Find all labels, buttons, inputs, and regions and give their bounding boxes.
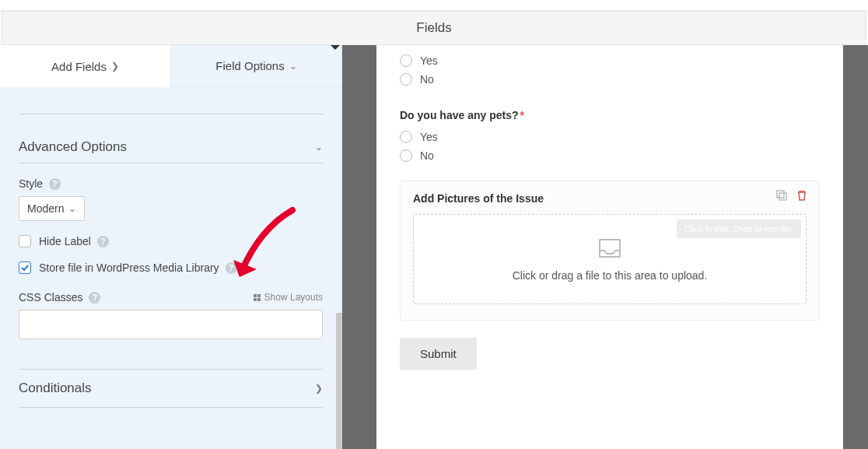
- upload-title: Add Pictures of the Issue: [413, 192, 807, 205]
- conditionals-label: Conditionals: [19, 381, 92, 396]
- edit-tooltip: Click to edit. Drag to reorder.: [677, 219, 801, 238]
- radio-option[interactable]: No: [400, 73, 820, 86]
- chevron-right-icon: ❯: [111, 61, 119, 72]
- upload-dropzone[interactable]: Click to edit. Drag to reorder. Click or…: [413, 214, 807, 304]
- radio-label: Yes: [420, 54, 438, 67]
- tab-field-options-label: Field Options: [215, 59, 284, 72]
- radio-option[interactable]: Yes: [400, 54, 820, 67]
- radio-label: No: [420, 73, 434, 86]
- sidebar: Add Fields ❯ Field Options ⌄ Advanced Op…: [0, 45, 342, 449]
- question-pets: Do you have any pets?*: [400, 109, 820, 121]
- trash-icon[interactable]: [796, 189, 808, 202]
- top-strip: [0, 0, 868, 11]
- form-preview: Yes No Do you have any pets?* Yes No: [376, 45, 843, 449]
- show-layouts-label: Show Layouts: [264, 292, 323, 303]
- show-layouts-link[interactable]: Show Layouts: [254, 292, 323, 303]
- header-title: Fields: [2, 11, 866, 45]
- tab-add-fields[interactable]: Add Fields ❯: [0, 45, 171, 87]
- radio-option[interactable]: Yes: [400, 131, 820, 143]
- css-classes-input[interactable]: [19, 310, 323, 339]
- tab-add-fields-label: Add Fields: [51, 60, 107, 73]
- advanced-options-section[interactable]: Advanced Options ⌄: [19, 132, 323, 163]
- chevron-down-icon: ⌄: [315, 142, 323, 153]
- chevron-right-icon: ❯: [315, 383, 323, 394]
- help-icon[interactable]: ?: [89, 292, 100, 303]
- help-icon[interactable]: ?: [226, 262, 237, 274]
- radio-group-2: Yes No: [400, 131, 820, 162]
- grid-icon: [254, 294, 261, 301]
- question-label: Do you have any pets?: [400, 109, 518, 121]
- hide-label-checkbox[interactable]: [19, 235, 31, 247]
- radio-circle-icon: [400, 149, 412, 162]
- chevron-down-icon: ⌄: [289, 61, 297, 72]
- duplicate-icon[interactable]: [775, 189, 788, 202]
- form-canvas: Yes No Do you have any pets?* Yes No: [342, 45, 868, 449]
- scroll-up-icon[interactable]: [331, 45, 340, 54]
- help-icon[interactable]: ?: [97, 236, 109, 247]
- submit-button[interactable]: Submit: [400, 338, 477, 370]
- radio-circle-icon: [400, 54, 412, 67]
- style-label: Style: [19, 177, 43, 190]
- radio-option[interactable]: No: [400, 149, 820, 162]
- style-value: Modern: [27, 202, 64, 215]
- radio-label: No: [420, 149, 434, 162]
- radio-circle-icon: [400, 73, 412, 86]
- file-upload-field[interactable]: Add Pictures of the Issue Click to edit.…: [400, 181, 820, 321]
- drop-text: Click or drag a file to this area to upl…: [513, 269, 708, 282]
- svg-rect-1: [779, 193, 786, 200]
- chevron-down-icon: ⌄: [68, 203, 76, 214]
- css-classes-label: CSS Classes: [19, 291, 82, 303]
- conditionals-section[interactable]: Conditionals ❯: [19, 369, 323, 408]
- inbox-icon: [597, 237, 623, 260]
- radio-circle-icon: [400, 131, 412, 143]
- radio-group-1: Yes No: [400, 54, 820, 86]
- radio-label: Yes: [420, 131, 438, 143]
- required-icon: *: [520, 109, 523, 121]
- advanced-options-label: Advanced Options: [19, 139, 127, 155]
- style-select[interactable]: Modern ⌄: [19, 196, 85, 221]
- store-media-text: Store file in WordPress Media Library: [39, 261, 219, 274]
- divider: [19, 114, 323, 114]
- hide-label-text: Hide Label: [39, 235, 91, 247]
- help-icon[interactable]: ?: [49, 178, 61, 190]
- svg-rect-0: [777, 191, 784, 198]
- store-media-checkbox[interactable]: [19, 261, 31, 274]
- tab-field-options[interactable]: Field Options ⌄: [171, 45, 341, 87]
